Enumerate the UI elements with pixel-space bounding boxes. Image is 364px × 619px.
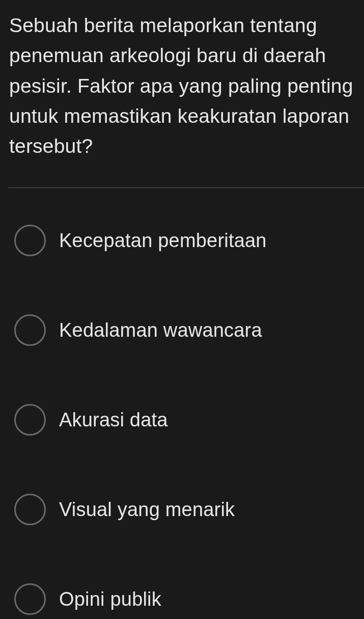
option-3[interactable]: Akurasi data (9, 404, 355, 436)
radio-icon (14, 404, 46, 436)
option-label: Kecepatan pemberitaan (59, 230, 267, 252)
option-label: Opini publik (59, 588, 161, 610)
option-1[interactable]: Kecepatan pemberitaan (9, 225, 355, 256)
option-label: Visual yang menarik (59, 499, 235, 521)
option-4[interactable]: Visual yang menarik (9, 494, 355, 525)
quiz-container: Sebuah berita melaporkan tentang penemua… (0, 0, 364, 615)
radio-icon (14, 314, 46, 346)
radio-icon (14, 494, 46, 525)
question-text: Sebuah berita melaporkan tentang penemua… (9, 10, 355, 161)
option-5[interactable]: Opini publik (9, 583, 355, 615)
option-label: Akurasi data (59, 409, 168, 431)
radio-icon (14, 225, 46, 256)
option-2[interactable]: Kedalaman wawancara (9, 314, 355, 346)
options-list: Kecepatan pemberitaan Kedalaman wawancar… (9, 188, 355, 615)
option-label: Kedalaman wawancara (59, 319, 262, 341)
radio-icon (14, 583, 46, 615)
